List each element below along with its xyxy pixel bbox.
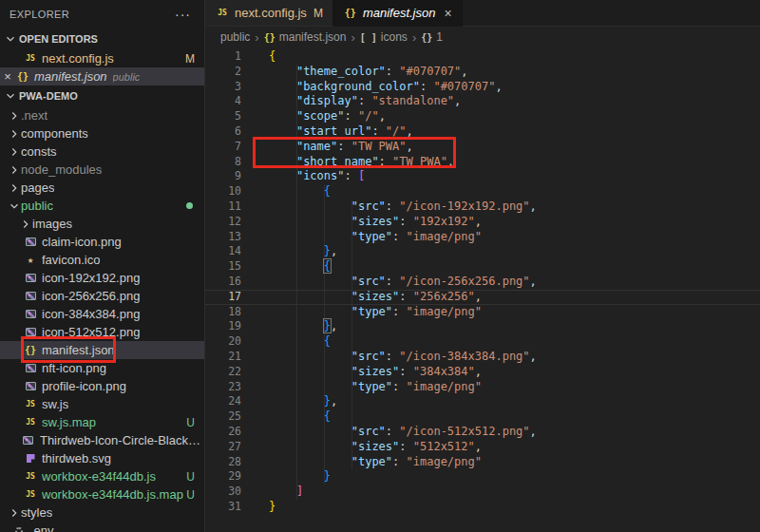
code-line-15[interactable]: 15 { [205,259,760,275]
line-content: "theme_color": "#070707", [241,65,468,80]
tree-item-icon-256x256.png[interactable]: icon-256x256.png [0,287,204,305]
tree-item-styles[interactable]: styles [0,504,204,522]
code-line-25[interactable]: 25 { [205,409,760,425]
code-line-31[interactable]: 31} [205,500,760,515]
code-line-6[interactable]: 6 "start_url": "/", [205,124,760,140]
code-line-2[interactable]: 2 "theme_color": "#070707", [205,65,760,80]
tree-item-label: icon-384x384.png [42,307,140,321]
code-line-19[interactable]: 19 }, [205,319,760,334]
code-line-17[interactable]: 17 "sizes": "256x256", [205,290,760,305]
tree-item-icon-192x192.png[interactable]: icon-192x192.png [0,269,204,287]
git-status-badge: U [186,416,195,429]
tree-item-icon-512x512.png[interactable]: icon-512x512.png [0,323,204,341]
code-line-27[interactable]: 27 "sizes": "512x512", [205,440,760,455]
tree-item-.next[interactable]: .next [0,106,204,124]
tree-item-thirdweb.svg[interactable]: thirdweb.svg [0,449,204,467]
tree-item-workbox-e34f44db.js.map[interactable]: JSworkbox-e34f44db.js.mapU [0,485,204,504]
open-editors-section-header[interactable]: OPEN EDITORS [0,28,204,49]
tab-next.config.js[interactable]: JSnext.config.jsM [205,0,333,26]
code-line-30[interactable]: 30 ] [205,484,760,500]
tree-item-consts[interactable]: consts [0,142,204,161]
chevron-right-icon [8,162,21,178]
tab-manifest.json[interactable]: {}manifest.json× [333,0,463,27]
code-line-3[interactable]: 3 "background_color": "#070707", [205,80,760,95]
tree-item-public[interactable]: public [0,197,204,215]
breadcrumb-item-1[interactable]: {}1 [421,30,443,44]
line-content: { [241,409,331,425]
tree-item-images[interactable]: images [0,215,204,233]
open-editors-label: OPEN EDITORS [19,33,98,45]
line-number: 27 [205,440,241,455]
code-line-23[interactable]: 23 "type": "image/png" [205,380,760,395]
tree-item-label: workbox-e34f44db.js [42,469,156,484]
tree-item-.env[interactable]: .env [0,522,204,532]
git-status-badge: U [186,488,195,502]
line-content: { [241,49,276,65]
tree-item-claim-icon.png[interactable]: claim-icon.png [0,233,204,251]
code-line-7[interactable]: 7 "name": "TW PWA", [205,140,760,155]
code-line-11[interactable]: 11 "src": "/icon-192x192.png", [205,200,760,215]
line-content: "short_name": "TW PWA", [241,155,454,170]
project-name-label: PWA-DEMO [19,90,78,102]
code-line-24[interactable]: 24 }, [205,394,760,409]
line-number: 22 [205,365,241,380]
line-number: 24 [205,394,241,409]
code-line-9[interactable]: 9 "icons": [ [205,169,760,184]
code-editor[interactable]: 1{2 "theme_color": "#070707",3 "backgrou… [205,48,760,532]
tree-item-sw.js[interactable]: JSsw.js [0,395,204,413]
open-editor-label: next.config.js [42,51,114,66]
open-editors-list: JSnext.config.jsM×{}manifest.jsonpublic [0,49,204,86]
tree-item-nft-icon.png[interactable]: nft-icon.png [0,359,204,377]
code-line-13[interactable]: 13 "type": "image/png" [205,230,760,245]
open-editor-next.config.js[interactable]: JSnext.config.jsM [0,49,204,67]
code-line-16[interactable]: 16 "src": "/icon-256x256.png", [205,275,760,290]
close-icon[interactable]: × [0,69,15,84]
chevron-down-icon [4,31,17,47]
tab-bar: JSnext.config.jsM{}manifest.json× [205,0,760,27]
code-line-14[interactable]: 14 }, [205,244,760,259]
code-line-1[interactable]: 1{ [205,49,760,65]
tree-item-pages[interactable]: pages [0,179,204,197]
more-actions-icon[interactable]: ··· [171,7,195,22]
tree-item-workbox-e34f44db.js[interactable]: JSworkbox-e34f44db.jsU [0,467,204,485]
tree-item-components[interactable]: components [0,124,204,142]
tree-item-label: pages [21,180,54,195]
tree-item-sw.js.map[interactable]: JSsw.js.mapU [0,413,204,431]
breadcrumb-item-public[interactable]: public [220,30,250,44]
code-line-12[interactable]: 12 "sizes": "192x192", [205,215,760,230]
project-section-header[interactable]: PWA-DEMO [0,86,204,106]
tree-item-thirdweb-icon-circle-black-08-...[interactable]: Thirdweb-Icon-Circle-Black-08 ... [0,431,204,449]
breadcrumb-label: icons [381,30,408,44]
code-line-8[interactable]: 8 "short_name": "TW PWA", [205,155,760,170]
code-line-5[interactable]: 5 "scope": "/", [205,109,760,124]
open-editor-label: manifest.json [34,69,107,84]
symbol-icon: {} [421,32,432,43]
tree-item-icon-384x384.png[interactable]: icon-384x384.png [0,305,204,323]
line-number: 4 [205,94,241,109]
breadcrumb-item-manifest.json[interactable]: {}manifest.json [264,30,347,44]
close-icon[interactable]: × [444,6,451,21]
tree-item-favicon.ico[interactable]: ★favicon.ico [0,251,204,269]
chevron-right-icon [8,126,21,142]
line-content: "src": "/icon-384x384.png", [241,350,537,365]
code-line-26[interactable]: 26 "src": "/icon-512x512.png", [205,425,760,440]
tree-item-profile-icon.png[interactable]: profile-icon.png [0,377,204,395]
open-editor-manifest.json[interactable]: ×{}manifest.jsonpublic [0,67,204,86]
code-line-28[interactable]: 28 "type": "image/png" [205,455,760,470]
tree-item-node-modules[interactable]: node_modules [0,161,204,179]
git-status-badge: U [186,470,195,484]
breadcrumb-item-icons[interactable]: [ ]icons [360,30,408,44]
code-line-21[interactable]: 21 "src": "/icon-384x384.png", [205,350,760,365]
code-line-20[interactable]: 20 { [205,334,760,350]
code-line-18[interactable]: 18 "type": "image/png" [205,305,760,320]
breadcrumb: public›{}manifest.json›[ ]icons›{}1 [205,27,760,48]
code-line-29[interactable]: 29 } [205,469,760,484]
tree-item-manifest.json[interactable]: {}manifest.json [0,341,204,359]
tree-item-label: icon-192x192.png [42,271,140,285]
line-content: "sizes": "512x512", [241,440,482,455]
code-line-10[interactable]: 10 { [205,184,760,200]
tree-item-label: claim-icon.png [42,235,122,249]
code-line-22[interactable]: 22 "sizes": "384x384", [205,365,760,380]
code-line-4[interactable]: 4 "display": "standalone", [205,94,760,109]
line-content: ] [241,484,303,500]
